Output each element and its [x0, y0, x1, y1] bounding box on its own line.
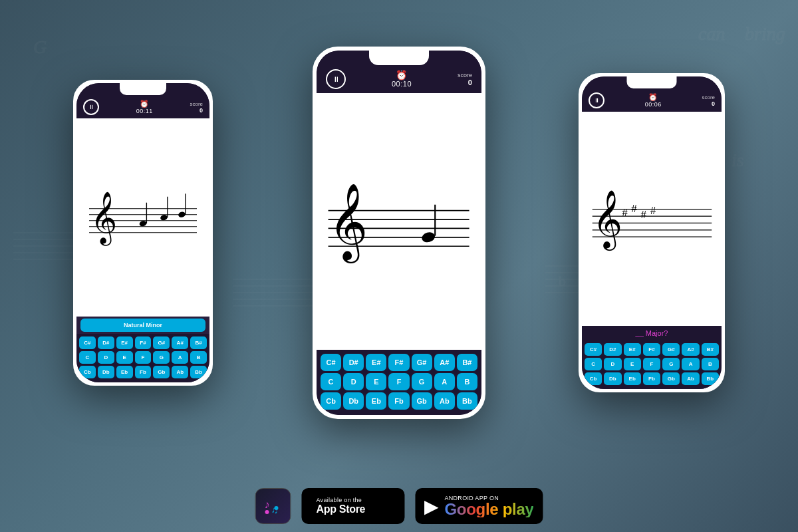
key-dflat-right[interactable]: Db: [604, 372, 621, 385]
timer-area-center: ⏰ 00:10: [392, 70, 412, 88]
key-bsharp-center[interactable]: B#: [457, 354, 477, 371]
key-dflat-center[interactable]: Db: [343, 392, 364, 410]
staff-svg-center: 𝄞: [325, 119, 473, 325]
notch-left: [120, 83, 166, 95]
key-e-left[interactable]: E: [116, 351, 133, 364]
key-dsharp-left[interactable]: D#: [98, 336, 114, 349]
svg-point-31: [139, 220, 148, 227]
treble-clef-left: 𝄞: [90, 191, 117, 245]
key-gsharp-center[interactable]: G#: [412, 354, 432, 371]
key-csharp-center[interactable]: C#: [321, 354, 341, 371]
pause-button-center[interactable]: ⏸: [326, 69, 346, 89]
pause-icon-left: ⏸: [88, 104, 94, 110]
key-gsharp-right[interactable]: G#: [662, 343, 680, 356]
key-f-left[interactable]: F: [135, 351, 152, 364]
key-gflat-center[interactable]: Gb: [412, 392, 432, 410]
key-d-right[interactable]: D: [604, 358, 621, 370]
app-store-button[interactable]: Available on the App Store: [301, 488, 404, 524]
key-bsharp-left[interactable]: B#: [190, 336, 207, 349]
svg-text:#: #: [622, 206, 628, 219]
key-dsharp-center[interactable]: D#: [343, 354, 364, 371]
pause-button-left[interactable]: ⏸: [83, 99, 99, 115]
key-eflat-center[interactable]: Eb: [366, 392, 386, 410]
score-value-right: 0: [702, 100, 715, 107]
key-e-center[interactable]: E: [366, 373, 386, 390]
key-eflat-right[interactable]: Eb: [624, 372, 641, 385]
key-g-left[interactable]: G: [153, 351, 170, 364]
score-value-left: 0: [190, 107, 203, 114]
key-gflat-left[interactable]: Gb: [153, 366, 170, 378]
key-g-center[interactable]: G: [412, 373, 432, 390]
key-aflat-right[interactable]: Ab: [682, 372, 699, 385]
svg-point-35: [178, 211, 186, 218]
key-esharp-left[interactable]: E#: [116, 336, 133, 349]
key-f-center[interactable]: F: [388, 373, 409, 390]
key-d-left[interactable]: D: [98, 351, 114, 364]
keyboard-center: C# D# E# F# G# A# B# C D E F G A: [317, 350, 481, 415]
natural-minor-button[interactable]: Natural Minor: [80, 319, 205, 332]
key-row-flats-right: Cb Db Eb Fb Gb Ab Bb: [585, 372, 719, 385]
treble-clef-right: 𝄞: [592, 190, 622, 251]
key-fsharp-center[interactable]: F#: [388, 354, 409, 371]
key-fflat-center[interactable]: Fb: [388, 392, 409, 410]
key-a-right[interactable]: A: [682, 358, 699, 370]
key-fsharp-left[interactable]: F#: [135, 336, 152, 349]
key-cflat-left[interactable]: Cb: [79, 366, 96, 378]
score-area-left: score 0: [190, 101, 203, 114]
key-asharp-left[interactable]: A#: [172, 336, 188, 349]
google-play-button[interactable]: ▶ ANDROID APP ON Google play: [415, 488, 543, 524]
key-esharp-right[interactable]: E#: [624, 343, 641, 356]
key-c-left[interactable]: C: [79, 351, 96, 364]
key-b-center[interactable]: B: [457, 373, 477, 390]
phone-center: ⏸ ⏰ 00:10 score 0 𝄞: [313, 47, 485, 419]
timer-value-center: 00:10: [392, 80, 412, 88]
timer-area-right: ⏰ 00:06: [645, 94, 662, 108]
key-cflat-right[interactable]: Cb: [585, 372, 602, 385]
key-dflat-left[interactable]: Db: [98, 366, 114, 378]
key-aflat-left[interactable]: Ab: [172, 366, 188, 378]
key-d-center[interactable]: D: [343, 373, 364, 390]
timer-value-right: 00:06: [645, 101, 662, 108]
key-aflat-center[interactable]: Ab: [434, 392, 455, 410]
key-bflat-center[interactable]: Bb: [457, 392, 477, 410]
key-fflat-right[interactable]: Fb: [643, 372, 660, 385]
key-fflat-left[interactable]: Fb: [135, 366, 152, 378]
key-gsharp-left[interactable]: G#: [153, 336, 170, 349]
bottom-bar: ♪ ♫ Available on the App Store ▶ ANDROID…: [255, 488, 543, 524]
key-a-left[interactable]: A: [172, 351, 188, 364]
key-f-right[interactable]: F: [643, 358, 660, 370]
app-store-text: Available on the App Store: [316, 497, 365, 515]
key-row-natural-center: C D E F G A B: [321, 373, 477, 390]
key-c-center[interactable]: C: [321, 373, 341, 390]
key-bsharp-right[interactable]: B#: [702, 343, 719, 356]
key-fsharp-right[interactable]: F#: [643, 343, 660, 356]
key-row-sharps-left: C# D# E# F# G# A# B#: [79, 336, 207, 349]
key-e-right[interactable]: E: [624, 358, 641, 370]
timer-icon-right: ⏰: [648, 94, 658, 101]
key-bflat-right[interactable]: Bb: [702, 372, 719, 385]
key-cflat-center[interactable]: Cb: [321, 392, 341, 410]
key-eflat-left[interactable]: Eb: [116, 366, 133, 378]
score-label-right: score: [702, 94, 715, 100]
key-g-right[interactable]: G: [662, 358, 680, 370]
svg-text:#: #: [650, 204, 656, 217]
key-esharp-center[interactable]: E#: [366, 354, 386, 371]
svg-point-55: [265, 510, 269, 514]
main-container: ⏸ ⏰ 00:11 score 0 𝄞: [0, 0, 798, 532]
svg-point-42: [421, 231, 436, 243]
key-csharp-left[interactable]: C#: [79, 336, 96, 349]
staff-svg-right: 𝄞 # # # #: [589, 133, 715, 305]
key-b-left[interactable]: B: [190, 351, 207, 364]
score-value-center: 0: [458, 78, 472, 86]
key-c-right[interactable]: C: [585, 358, 602, 370]
key-asharp-right[interactable]: A#: [682, 343, 699, 356]
key-b-right[interactable]: B: [702, 358, 719, 370]
key-csharp-right[interactable]: C#: [585, 343, 602, 356]
key-dsharp-right[interactable]: D#: [604, 343, 621, 356]
key-asharp-center[interactable]: A#: [434, 354, 455, 371]
key-gflat-right[interactable]: Gb: [662, 372, 680, 385]
key-a-center[interactable]: A: [434, 373, 455, 390]
key-bflat-left[interactable]: Bb: [190, 366, 207, 378]
keyboard-right: C# D# E# F# G# A# B# C D E F G A: [582, 340, 722, 389]
pause-button-right[interactable]: ⏸: [589, 92, 604, 108]
